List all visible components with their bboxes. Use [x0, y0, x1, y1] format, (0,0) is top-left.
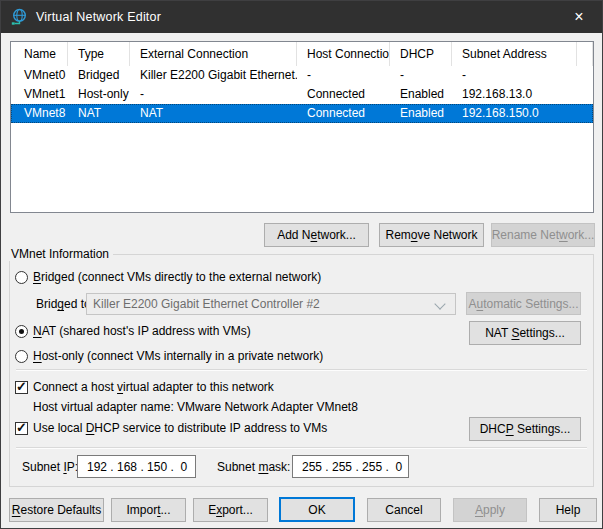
chevron-down-icon: [434, 298, 445, 309]
checkbox-checked-icon: [15, 422, 28, 435]
column-header-dhcp[interactable]: DHCP: [390, 42, 452, 66]
cell-external: Killer E2200 Gigabit Ethernet...: [130, 66, 297, 85]
radio-selected-icon: [15, 325, 28, 338]
bridged-to-value: Killer E2200 Gigabit Ethernet Controller…: [93, 297, 320, 311]
cell-external: NAT: [130, 104, 297, 123]
dhcp-settings-button[interactable]: DHCP Settings...: [469, 417, 581, 441]
cell-type: NAT: [68, 104, 130, 123]
network-globe-icon: [10, 8, 28, 26]
nat-radio-label: NAT (shared host's IP address with VMs): [33, 324, 251, 338]
cell-name: VMnet0: [11, 66, 68, 85]
cell-type: Bridged: [68, 66, 130, 85]
adapter-name-text: Host virtual adapter name: VMware Networ…: [33, 400, 358, 414]
restore-defaults-button[interactable]: Restore Defaults: [9, 498, 104, 522]
bridged-radio-label: Bridged (connect VMs directly to the ext…: [33, 270, 321, 284]
subnet-mask-value: 255 . 255 . 255 . 0: [302, 460, 402, 474]
cancel-button[interactable]: Cancel: [367, 498, 441, 522]
apply-button: Apply: [453, 498, 527, 522]
radio-icon: [15, 350, 28, 363]
rename-network-button: Rename Network...: [491, 223, 595, 247]
table-row-vmnet8-selected[interactable]: VMnet8 NAT NAT Connected Enabled 192.168…: [11, 104, 593, 123]
cell-host: -: [297, 66, 390, 85]
column-header-external-connection[interactable]: External Connection: [130, 42, 297, 66]
connect-adapter-checkbox[interactable]: Connect a host virtual adapter to this n…: [15, 380, 274, 394]
subnet-mask-input[interactable]: 255 . 255 . 255 . 0: [292, 455, 409, 478]
table-row-vmnet0[interactable]: VMnet0 Bridged Killer E2200 Gigabit Ethe…: [11, 66, 593, 85]
vmnet-list: Name Type External Connection Host Conne…: [10, 41, 594, 213]
nat-radio[interactable]: NAT (shared host's IP address with VMs): [15, 324, 251, 338]
automatic-settings-button: Automatic Settings...: [466, 292, 581, 315]
subnet-mask-label: Subnet mask:: [217, 460, 290, 474]
import-button[interactable]: Import...: [111, 498, 186, 522]
remove-network-button[interactable]: Remove Network: [379, 223, 484, 247]
virtual-network-editor-dialog: { "window": { "title": "Virtual Network …: [0, 0, 603, 529]
list-header: Name Type External Connection Host Conne…: [11, 42, 593, 66]
table-row-vmnet1[interactable]: VMnet1 Host-only - Connected Enabled 192…: [11, 85, 593, 104]
cell-name: VMnet1: [11, 85, 68, 104]
column-header-filler: [577, 42, 593, 66]
divider: [16, 447, 587, 449]
cell-host: Connected: [297, 104, 390, 123]
subnet-ip-value: 192 . 168 . 150 . 0: [87, 460, 187, 474]
bridged-to-dropdown: Killer E2200 Gigabit Ethernet Controller…: [86, 293, 456, 315]
cell-dhcp: Enabled: [390, 85, 452, 104]
cell-name: VMnet8: [11, 104, 68, 123]
group-label: VMnet Information: [7, 247, 113, 261]
connect-adapter-label: Connect a host virtual adapter to this n…: [33, 380, 274, 394]
subnet-ip-input[interactable]: 192 . 168 . 150 . 0: [77, 455, 196, 478]
add-network-button[interactable]: Add Network...: [264, 223, 369, 247]
cell-subnet: 192.168.13.0: [452, 85, 577, 104]
column-header-type[interactable]: Type: [68, 42, 130, 66]
export-button[interactable]: Export...: [193, 498, 268, 522]
bridged-radio[interactable]: Bridged (connect VMs directly to the ext…: [15, 270, 321, 284]
close-icon: ×: [574, 8, 583, 26]
divider: [16, 369, 587, 371]
help-button[interactable]: Help: [539, 498, 597, 522]
cell-external: -: [130, 85, 297, 104]
title-bar: Virtual Network Editor ×: [1, 1, 602, 33]
cell-dhcp: -: [390, 66, 452, 85]
close-button[interactable]: ×: [556, 1, 602, 33]
cell-subnet: -: [452, 66, 577, 85]
column-header-subnet-address[interactable]: Subnet Address: [452, 42, 577, 66]
dhcp-service-checkbox[interactable]: Use local DHCP service to distribute IP …: [15, 421, 327, 435]
ok-button[interactable]: OK: [279, 497, 355, 522]
subnet-ip-label: Subnet IP:: [22, 460, 78, 474]
column-header-host-connection[interactable]: Host Connection: [297, 42, 390, 66]
window-title: Virtual Network Editor: [36, 10, 161, 24]
host-only-radio[interactable]: Host-only (connect VMs internally in a p…: [15, 349, 323, 363]
nat-settings-button[interactable]: NAT Settings...: [469, 321, 581, 345]
cell-subnet: 192.168.150.0: [452, 104, 577, 123]
cell-dhcp: Enabled: [390, 104, 452, 123]
cell-type: Host-only: [68, 85, 130, 104]
dhcp-service-label: Use local DHCP service to distribute IP …: [33, 421, 327, 435]
cell-host: Connected: [297, 85, 390, 104]
column-header-name[interactable]: Name: [11, 42, 68, 66]
radio-icon: [15, 271, 28, 284]
host-only-radio-label: Host-only (connect VMs internally in a p…: [33, 349, 323, 363]
checkbox-checked-icon: [15, 381, 28, 394]
